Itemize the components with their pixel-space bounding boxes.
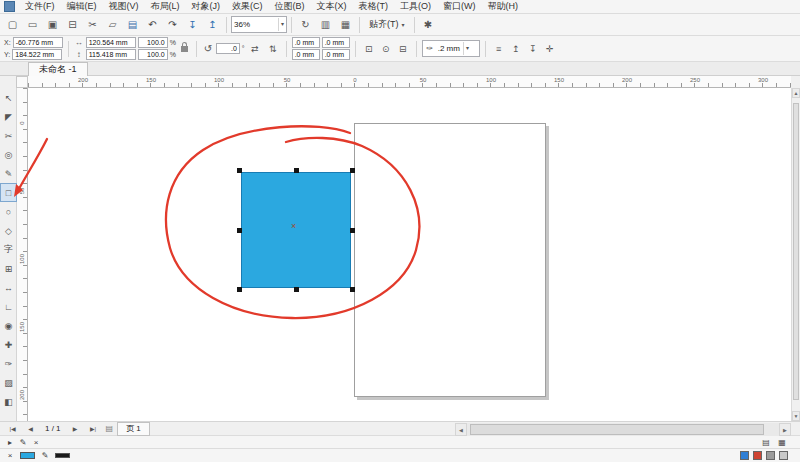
status-close-icon[interactable]: ×	[30, 438, 42, 447]
tool-crop[interactable]: ✂	[0, 126, 17, 145]
x-position-field[interactable]: -60.776 mm	[13, 37, 63, 48]
status-panel-icon[interactable]: ▤	[760, 438, 772, 447]
status-play-icon[interactable]: ▸	[4, 438, 16, 447]
chip-red[interactable]	[753, 451, 762, 460]
menu-tools[interactable]: 工具(O)	[394, 0, 437, 13]
vscroll-track[interactable]	[792, 98, 800, 411]
menu-effects[interactable]: 效果(C)	[226, 0, 269, 13]
menu-text[interactable]: 文本(X)	[311, 0, 353, 13]
rotation-angle-field[interactable]: .0	[216, 43, 240, 54]
document-tab[interactable]: 未命名 -1	[28, 62, 88, 76]
tool-freehand[interactable]: ✎	[0, 164, 17, 183]
vscroll-thumb[interactable]	[793, 103, 799, 400]
tool-outline-pen[interactable]: ✑	[0, 354, 17, 373]
selection-handle[interactable]	[237, 287, 242, 292]
vertical-scrollbar[interactable]: ▲ ▼	[791, 88, 800, 421]
save-button[interactable]: ▣	[43, 15, 62, 34]
scroll-left-icon[interactable]: ◀	[455, 423, 467, 436]
y-position-field[interactable]: 184.522 mm	[12, 49, 62, 60]
tool-table[interactable]: ⊞	[0, 259, 17, 278]
next-page-button[interactable]: ▶	[67, 422, 84, 436]
tool-connector[interactable]: ∟	[0, 297, 17, 316]
selected-rectangle-object[interactable]: ×	[241, 172, 351, 288]
round-corner-button[interactable]: ⊡	[361, 41, 377, 57]
chip-blue[interactable]	[740, 451, 749, 460]
scale-y-field[interactable]: 100.0	[138, 49, 168, 60]
print-button[interactable]: ⊟	[63, 15, 82, 34]
convert-to-curves-button[interactable]: ✛	[542, 41, 558, 57]
scroll-up-icon[interactable]: ▲	[792, 88, 800, 98]
undo-button[interactable]: ↶	[143, 15, 162, 34]
tool-shape[interactable]: ◤	[0, 107, 17, 126]
corner-radius-tl-field[interactable]: .0 mm	[292, 37, 320, 48]
tool-pick[interactable]: ↖	[0, 88, 17, 107]
copy-button[interactable]: ▱	[103, 15, 122, 34]
status-pen-icon[interactable]: ✎	[17, 438, 29, 447]
vertical-ruler[interactable]: 050100150200	[16, 88, 28, 421]
hscroll-thumb[interactable]	[470, 424, 764, 435]
menu-view[interactable]: 视图(V)	[103, 0, 145, 13]
corner-radius-tr-field[interactable]: .0 mm	[322, 37, 350, 48]
selection-handle[interactable]	[294, 287, 299, 292]
scale-x-field[interactable]: 100.0	[138, 37, 168, 48]
redo-button[interactable]: ↷	[163, 15, 182, 34]
horizontal-scrollbar[interactable]: ◀ ▶	[455, 423, 791, 436]
menu-layout[interactable]: 布局(L)	[145, 0, 186, 13]
prev-page-button[interactable]: ◀	[22, 422, 39, 436]
menu-window[interactable]: 窗口(W)	[437, 0, 482, 13]
menu-table[interactable]: 表格(T)	[353, 0, 395, 13]
tool-polygon[interactable]: ◇	[0, 221, 17, 240]
no-fill-icon[interactable]: ×	[4, 451, 16, 460]
tool-fill[interactable]: ▨	[0, 373, 17, 392]
mirror-horizontal-button[interactable]: ⇄	[247, 41, 263, 57]
scroll-down-icon[interactable]: ▼	[792, 411, 800, 421]
selection-handle[interactable]	[294, 168, 299, 173]
show-rulers-button[interactable]: ▥	[316, 15, 335, 34]
to-back-button[interactable]: ↧	[525, 41, 541, 57]
chip-grey[interactable]	[766, 451, 775, 460]
scroll-right-icon[interactable]: ▶	[779, 423, 791, 436]
lock-ratio-icon[interactable]	[181, 46, 188, 52]
refresh-button[interactable]: ↻	[296, 15, 315, 34]
zoom-level-combo[interactable]: 36% ▾	[231, 16, 287, 33]
status-grid-icon[interactable]: ▦	[776, 438, 788, 447]
new-document-button[interactable]: ▢	[3, 15, 22, 34]
options-button[interactable]: ✱	[419, 15, 438, 34]
horizontal-ruler[interactable]: 20015010050050100150200250300	[28, 76, 791, 88]
wrap-text-button[interactable]: ≡	[491, 41, 507, 57]
import-button[interactable]: ↧	[183, 15, 202, 34]
corner-radius-br-field[interactable]: .0 mm	[322, 49, 350, 60]
paste-button[interactable]: ▤	[123, 15, 142, 34]
tool-eyedropper[interactable]: ✚	[0, 335, 17, 354]
tool-dimension[interactable]: ↔	[0, 278, 17, 297]
menu-help[interactable]: 帮助(H)	[482, 0, 525, 13]
chip-light[interactable]	[779, 451, 788, 460]
tool-zoom[interactable]: ◎	[0, 145, 17, 164]
tool-text[interactable]: 字	[0, 240, 17, 259]
corner-radius-bl-field[interactable]: .0 mm	[292, 49, 320, 60]
menu-bitmaps[interactable]: 位图(B)	[269, 0, 311, 13]
show-grid-button[interactable]: ▦	[336, 15, 355, 34]
scalloped-corner-button[interactable]: ⊙	[378, 41, 394, 57]
chamfered-corner-button[interactable]: ⊟	[395, 41, 411, 57]
outline-color-swatch[interactable]	[55, 453, 70, 458]
export-button[interactable]: ↥	[203, 15, 222, 34]
open-button[interactable]: ▭	[23, 15, 42, 34]
drawing-canvas[interactable]: ×	[28, 88, 791, 421]
first-page-button[interactable]: |◀	[4, 422, 21, 436]
outline-width-combo[interactable]: ✑ .2 mm ▾	[422, 40, 480, 57]
fill-color-swatch[interactable]	[20, 452, 35, 459]
menu-object[interactable]: 对象(J)	[186, 0, 227, 13]
ruler-origin-box[interactable]	[16, 76, 28, 88]
tool-blend[interactable]: ◉	[0, 316, 17, 335]
snap-to-control[interactable]: 贴齐(T) ▾	[364, 17, 410, 33]
last-page-button[interactable]: ▶|	[85, 422, 102, 436]
tool-rectangle[interactable]: □	[0, 183, 17, 202]
cut-button[interactable]: ✂	[83, 15, 102, 34]
selection-handle[interactable]	[350, 228, 355, 233]
tool-interactive-fill[interactable]: ◧	[0, 392, 17, 411]
to-front-button[interactable]: ↥	[508, 41, 524, 57]
selection-handle[interactable]	[350, 287, 355, 292]
tool-ellipse[interactable]: ○	[0, 202, 17, 221]
selection-handle[interactable]	[237, 168, 242, 173]
